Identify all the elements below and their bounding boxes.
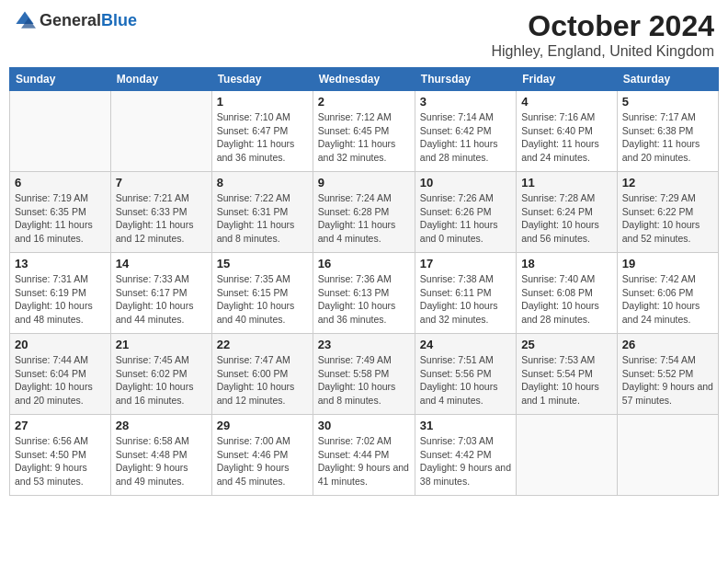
day-number: 2 — [318, 95, 410, 109]
calendar-day-cell: 21Sunrise: 7:45 AM Sunset: 6:02 PM Dayli… — [110, 334, 211, 415]
calendar-day-cell: 22Sunrise: 7:47 AM Sunset: 6:00 PM Dayli… — [211, 334, 313, 415]
weekday-header-cell: Tuesday — [211, 68, 313, 91]
calendar-day-cell: 27Sunrise: 6:56 AM Sunset: 4:50 PM Dayli… — [10, 415, 111, 496]
day-number: 10 — [420, 176, 511, 190]
day-info: Sunrise: 7:51 AM Sunset: 5:56 PM Dayligh… — [420, 353, 511, 408]
calendar-day-cell: 8Sunrise: 7:22 AM Sunset: 6:31 PM Daylig… — [211, 172, 313, 253]
calendar-day-cell: 20Sunrise: 7:44 AM Sunset: 6:04 PM Dayli… — [10, 334, 111, 415]
day-info: Sunrise: 7:00 AM Sunset: 4:46 PM Dayligh… — [217, 434, 308, 488]
calendar-day-cell: 15Sunrise: 7:35 AM Sunset: 6:15 PM Dayli… — [211, 253, 313, 334]
calendar-day-cell: 18Sunrise: 7:40 AM Sunset: 6:08 PM Dayli… — [517, 253, 618, 334]
calendar-day-cell: 7Sunrise: 7:21 AM Sunset: 6:33 PM Daylig… — [110, 172, 211, 253]
calendar-week-row: 1Sunrise: 7:10 AM Sunset: 6:47 PM Daylig… — [10, 91, 719, 172]
calendar-day-cell: 14Sunrise: 7:33 AM Sunset: 6:17 PM Dayli… — [110, 253, 211, 334]
calendar-day-cell: 24Sunrise: 7:51 AM Sunset: 5:56 PM Dayli… — [415, 334, 516, 415]
calendar-day-cell: 28Sunrise: 6:58 AM Sunset: 4:48 PM Dayli… — [110, 415, 211, 496]
day-info: Sunrise: 7:22 AM Sunset: 6:31 PM Dayligh… — [217, 191, 308, 246]
calendar-day-cell: 10Sunrise: 7:26 AM Sunset: 6:26 PM Dayli… — [415, 172, 516, 253]
calendar-day-cell: 16Sunrise: 7:36 AM Sunset: 6:13 PM Dayli… — [313, 253, 415, 334]
weekday-header-cell: Monday — [110, 68, 211, 91]
day-number: 12 — [622, 176, 713, 190]
day-number: 4 — [521, 95, 612, 109]
calendar-day-cell — [10, 91, 111, 172]
day-number: 28 — [116, 419, 207, 432]
day-number: 16 — [318, 257, 410, 270]
location-title: Highley, England, United Kingdom — [491, 43, 714, 60]
day-info: Sunrise: 7:10 AM Sunset: 6:47 PM Dayligh… — [217, 110, 308, 165]
day-number: 1 — [217, 95, 308, 109]
day-number: 6 — [15, 176, 106, 190]
day-number: 9 — [318, 176, 410, 190]
day-number: 27 — [15, 419, 106, 432]
logo: GeneralBlue — [14, 9, 137, 31]
calendar-day-cell: 19Sunrise: 7:42 AM Sunset: 6:06 PM Dayli… — [617, 253, 718, 334]
logo-text-blue: Blue — [101, 11, 137, 29]
day-info: Sunrise: 7:19 AM Sunset: 6:35 PM Dayligh… — [15, 191, 106, 246]
day-number: 7 — [116, 176, 207, 190]
weekday-header-cell: Wednesday — [313, 68, 415, 91]
day-info: Sunrise: 7:44 AM Sunset: 6:04 PM Dayligh… — [15, 353, 106, 408]
calendar-day-cell: 23Sunrise: 7:49 AM Sunset: 5:58 PM Dayli… — [313, 334, 415, 415]
day-info: Sunrise: 7:31 AM Sunset: 6:19 PM Dayligh… — [15, 272, 106, 327]
day-info: Sunrise: 7:35 AM Sunset: 6:15 PM Dayligh… — [217, 272, 308, 327]
day-number: 29 — [217, 419, 308, 432]
day-number: 31 — [420, 419, 511, 432]
day-number: 15 — [217, 257, 308, 270]
weekday-header-cell: Saturday — [617, 68, 718, 91]
calendar-day-cell: 2Sunrise: 7:12 AM Sunset: 6:45 PM Daylig… — [313, 91, 415, 172]
day-info: Sunrise: 7:54 AM Sunset: 5:52 PM Dayligh… — [622, 353, 713, 408]
day-info: Sunrise: 6:56 AM Sunset: 4:50 PM Dayligh… — [15, 434, 106, 488]
weekday-header-cell: Sunday — [10, 68, 111, 91]
day-number: 13 — [15, 257, 106, 270]
day-info: Sunrise: 7:45 AM Sunset: 6:02 PM Dayligh… — [116, 353, 207, 408]
day-info: Sunrise: 6:58 AM Sunset: 4:48 PM Dayligh… — [116, 434, 207, 488]
calendar-table: SundayMondayTuesdayWednesdayThursdayFrid… — [9, 67, 719, 496]
day-info: Sunrise: 7:03 AM Sunset: 4:42 PM Dayligh… — [420, 434, 511, 488]
day-info: Sunrise: 7:14 AM Sunset: 6:42 PM Dayligh… — [420, 110, 511, 165]
day-number: 14 — [116, 257, 207, 270]
calendar-day-cell: 13Sunrise: 7:31 AM Sunset: 6:19 PM Dayli… — [10, 253, 111, 334]
day-info: Sunrise: 7:40 AM Sunset: 6:08 PM Dayligh… — [521, 272, 612, 327]
calendar-day-cell: 30Sunrise: 7:02 AM Sunset: 4:44 PM Dayli… — [313, 415, 415, 496]
day-info: Sunrise: 7:33 AM Sunset: 6:17 PM Dayligh… — [116, 272, 207, 327]
weekday-header-cell: Thursday — [415, 68, 516, 91]
calendar-body: 1Sunrise: 7:10 AM Sunset: 6:47 PM Daylig… — [10, 91, 719, 496]
day-number: 20 — [15, 338, 106, 351]
day-info: Sunrise: 7:24 AM Sunset: 6:28 PM Dayligh… — [318, 191, 410, 246]
day-info: Sunrise: 7:02 AM Sunset: 4:44 PM Dayligh… — [318, 434, 410, 488]
day-number: 11 — [521, 176, 612, 190]
calendar-day-cell — [110, 91, 211, 172]
day-info: Sunrise: 7:17 AM Sunset: 6:38 PM Dayligh… — [622, 110, 713, 165]
title-area: October 2024 Highley, England, United Ki… — [491, 9, 714, 60]
calendar-day-cell: 1Sunrise: 7:10 AM Sunset: 6:47 PM Daylig… — [211, 91, 313, 172]
calendar-day-cell: 3Sunrise: 7:14 AM Sunset: 6:42 PM Daylig… — [415, 91, 516, 172]
calendar-day-cell: 12Sunrise: 7:29 AM Sunset: 6:22 PM Dayli… — [617, 172, 718, 253]
month-title: October 2024 — [491, 9, 714, 43]
day-number: 23 — [318, 338, 410, 351]
day-number: 8 — [217, 176, 308, 190]
calendar-day-cell: 11Sunrise: 7:28 AM Sunset: 6:24 PM Dayli… — [517, 172, 618, 253]
day-number: 3 — [420, 95, 511, 109]
day-number: 26 — [622, 338, 713, 351]
calendar-day-cell: 26Sunrise: 7:54 AM Sunset: 5:52 PM Dayli… — [617, 334, 718, 415]
logo-icon — [14, 9, 36, 31]
calendar-week-row: 13Sunrise: 7:31 AM Sunset: 6:19 PM Dayli… — [10, 253, 719, 334]
day-number: 21 — [116, 338, 207, 351]
day-info: Sunrise: 7:28 AM Sunset: 6:24 PM Dayligh… — [521, 191, 612, 246]
day-number: 24 — [420, 338, 511, 351]
day-number: 25 — [521, 338, 612, 351]
logo-text-general: General — [40, 11, 101, 29]
page-header: GeneralBlue October 2024 Highley, Englan… — [9, 9, 719, 60]
calendar-day-cell — [617, 415, 718, 496]
day-number: 5 — [622, 95, 713, 109]
calendar-day-cell: 25Sunrise: 7:53 AM Sunset: 5:54 PM Dayli… — [517, 334, 618, 415]
calendar-header-row: SundayMondayTuesdayWednesdayThursdayFrid… — [10, 68, 719, 91]
calendar-day-cell: 5Sunrise: 7:17 AM Sunset: 6:38 PM Daylig… — [617, 91, 718, 172]
day-info: Sunrise: 7:29 AM Sunset: 6:22 PM Dayligh… — [622, 191, 713, 246]
calendar-day-cell — [517, 415, 618, 496]
day-number: 22 — [217, 338, 308, 351]
weekday-header-cell: Friday — [517, 68, 618, 91]
day-info: Sunrise: 7:47 AM Sunset: 6:00 PM Dayligh… — [217, 353, 308, 408]
day-info: Sunrise: 7:38 AM Sunset: 6:11 PM Dayligh… — [420, 272, 511, 327]
day-info: Sunrise: 7:42 AM Sunset: 6:06 PM Dayligh… — [622, 272, 713, 327]
